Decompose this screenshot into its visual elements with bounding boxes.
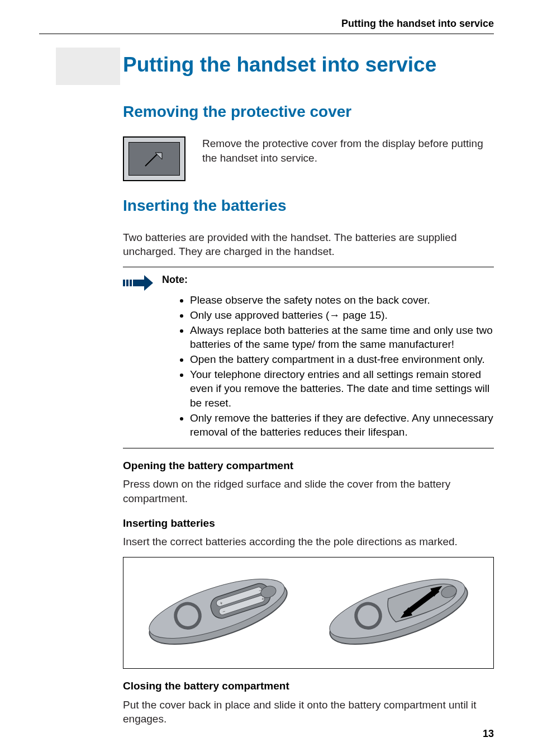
margin-stripe	[56, 48, 120, 85]
header-rule	[39, 34, 494, 34]
handset-closed-figure	[316, 563, 482, 663]
note-item: Only use approved batteries (→ page 15).	[190, 308, 494, 323]
content-area: Putting the handset into service Removin…	[123, 51, 494, 726]
removing-paragraph: Remove the protective cover from the dis…	[202, 136, 494, 165]
section-inserting-heading: Inserting the batteries	[123, 195, 494, 216]
page-number: 13	[483, 727, 494, 740]
battery-figure: + − − +	[123, 557, 494, 669]
opening-paragraph: Press down on the ridged surface and sli…	[123, 477, 494, 505]
note-item: Only remove the batteries if they are de…	[190, 411, 494, 440]
closing-paragraph: Put the cover back in place and slide it…	[123, 698, 494, 726]
display-cover-figure	[123, 136, 185, 181]
note-item: Always replace both batteries at the sam…	[190, 323, 494, 352]
note-label: Note:	[162, 273, 494, 286]
running-head: Putting the handset into service	[39, 17, 494, 34]
inserting-intro: Two batteries are provided with the hand…	[123, 230, 494, 259]
note-arrow-icon	[123, 273, 154, 293]
svg-rect-0	[123, 280, 125, 286]
page: Putting the handset into service Putting…	[0, 0, 533, 756]
note-content: Note: Please observe the safety notes on…	[162, 273, 494, 440]
insert-heading: Inserting batteries	[123, 516, 494, 531]
insert-paragraph: Insert the correct batteries according t…	[123, 535, 494, 549]
note-list: Please observe the safety notes on the b…	[162, 293, 494, 439]
note-item: Please observe the safety notes on the b…	[190, 293, 494, 308]
handset-open-figure: + − − +	[135, 563, 301, 663]
peel-arrow-icon	[143, 149, 165, 168]
note-item: Open the battery compartment in a dust-f…	[190, 352, 494, 367]
opening-heading: Opening the battery compartment	[123, 459, 494, 473]
page-title: Putting the handset into service	[123, 51, 494, 79]
note-box: Note: Please observe the safety notes on…	[123, 267, 494, 448]
svg-rect-2	[130, 280, 132, 286]
removing-row: Remove the protective cover from the dis…	[123, 136, 494, 181]
note-item: Your telephone directory entries and all…	[190, 367, 494, 410]
svg-rect-1	[126, 280, 129, 286]
section-removing-heading: Removing the protective cover	[123, 101, 494, 122]
closing-heading: Closing the battery compartment	[123, 679, 494, 693]
